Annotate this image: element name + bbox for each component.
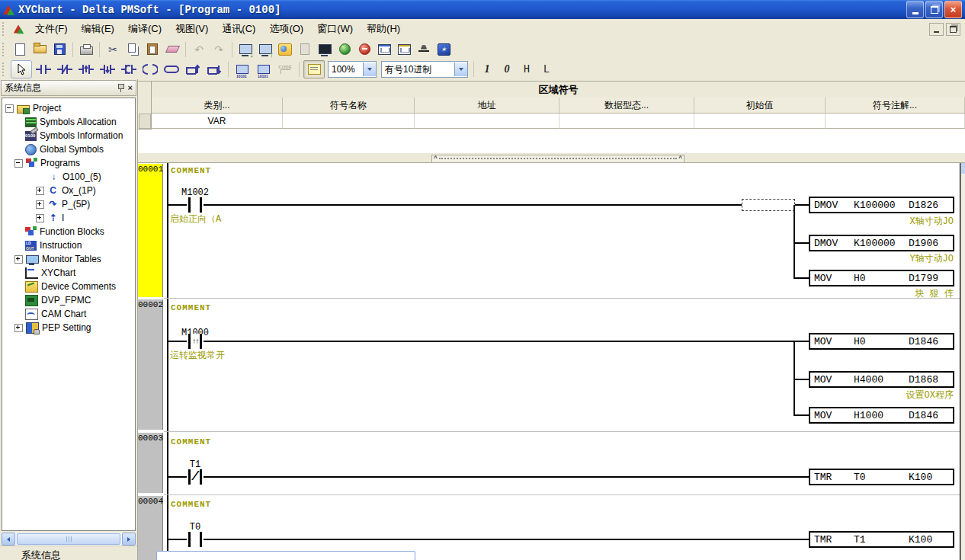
ladder-row-down-icon[interactable]: [204, 61, 224, 78]
menu-options[interactable]: 选项(O): [262, 20, 310, 38]
contact-normally-open[interactable]: [187, 197, 204, 213]
tree-item-xychart[interactable]: XYChart: [25, 266, 75, 280]
rung-comment[interactable]: COMMENT: [171, 437, 211, 446]
cell-name[interactable]: [283, 114, 415, 129]
rung-comment[interactable]: COMMENT: [171, 303, 211, 312]
tree-item-global-symbols[interactable]: Global Symbols: [25, 142, 104, 156]
cell-type[interactable]: VAR: [152, 114, 283, 129]
tree-item-project[interactable]: Project: [5, 101, 61, 115]
contact-normally-open-icon[interactable]: [34, 61, 53, 78]
tree-item-monitor-tables[interactable]: Monitor Tables: [14, 252, 101, 266]
instruction-tmr-2[interactable]: TMR T1 K100: [809, 531, 954, 548]
comment-toggle-icon[interactable]: [303, 60, 325, 78]
toolbar-grip[interactable]: [2, 62, 7, 76]
rung-comment[interactable]: COMMENT: [171, 500, 211, 509]
tree-item-function-blocks[interactable]: Function Blocks: [25, 225, 104, 238]
mdi-restore-button[interactable]: [946, 23, 960, 36]
scale-tool-icon[interactable]: [415, 41, 433, 58]
wizard-icon[interactable]: ✶: [434, 41, 453, 58]
zoom-dropdown-icon[interactable]: [363, 62, 376, 76]
column-header-name[interactable]: 符号名称: [283, 98, 415, 114]
menu-file[interactable]: 文件(F): [28, 20, 75, 38]
contact-normally-closed-icon[interactable]: [55, 61, 75, 78]
menu-window[interactable]: 窗口(W): [310, 20, 360, 38]
ladder-rung-1[interactable]: COMMENT M1002 启始正向（A DMOV K100000 D1826 …: [138, 163, 965, 298]
radix-dropdown-icon[interactable]: [454, 62, 467, 76]
contact-rising-edge[interactable]: [187, 334, 204, 349]
hex-display-button[interactable]: H: [517, 63, 537, 75]
device-monitor-table-icon[interactable]: [254, 61, 274, 78]
restore-button[interactable]: [925, 1, 943, 18]
collapse-expander-icon[interactable]: [5, 104, 14, 113]
zoom-combobox[interactable]: 100%: [328, 61, 377, 78]
upload-from-plc-icon[interactable]: ↑: [256, 41, 274, 58]
instruction-mov-1[interactable]: MOV H0 D1799: [809, 270, 954, 286]
expand-expander-icon[interactable]: [36, 200, 44, 209]
toolbar-grip[interactable]: [2, 43, 7, 56]
menu-help[interactable]: 帮助(H): [360, 20, 407, 38]
ladder-vertical-scrollbar[interactable]: [960, 163, 965, 560]
scroll-left-icon[interactable]: [2, 533, 15, 546]
tree-item-programs[interactable]: Programs: [14, 156, 80, 170]
tree-item-o100[interactable]: ↓O100_(5): [48, 170, 101, 184]
run-plc-icon[interactable]: [335, 41, 354, 58]
symbol-table-row[interactable]: VAR: [152, 114, 965, 129]
erase-icon[interactable]: [163, 41, 181, 58]
column-header-datatype[interactable]: 数据型态...: [559, 98, 694, 114]
copy-icon[interactable]: [123, 41, 142, 58]
ladder-rung-2[interactable]: COMMENT M1000 运转监视常开 MOV H0 D1846 MOV H4…: [138, 299, 965, 431]
bottom-panel-field[interactable]: [156, 551, 415, 560]
panel-close-icon[interactable]: ×: [128, 84, 133, 92]
mdi-minimize-button[interactable]: [929, 23, 944, 36]
tree-item-ox[interactable]: COx_(1P): [36, 184, 96, 197]
select-cursor-icon[interactable]: [11, 60, 32, 78]
expand-expander-icon[interactable]: [36, 214, 44, 222]
ladder-rung-3[interactable]: COMMENT T1 TMR T0 K100: [138, 432, 965, 494]
instruction-mov-3[interactable]: MOV H4000 D1868: [809, 371, 954, 388]
cell-address[interactable]: [415, 114, 559, 129]
tree-item-symbols-information[interactable]: Symbols Information: [25, 129, 123, 142]
stop-plc-icon[interactable]: [355, 41, 373, 58]
scrollbar-thumb[interactable]: [17, 533, 120, 545]
tree-item-p[interactable]: ↷P_(5P): [36, 197, 90, 211]
rung-comment[interactable]: COMMENT: [171, 166, 211, 175]
selection-marquee[interactable]: [742, 199, 795, 211]
coil-output-icon[interactable]: [140, 61, 160, 78]
cell-datatype[interactable]: [559, 114, 694, 129]
tree-item-instruction[interactable]: Instruction: [25, 238, 82, 252]
device-monitor-icon[interactable]: [232, 61, 252, 78]
ladder-row-up-icon[interactable]: [183, 61, 203, 78]
menu-compile[interactable]: 编译(C): [121, 20, 168, 38]
collapse-expander-icon[interactable]: [14, 159, 23, 168]
column-header-address[interactable]: 地址: [415, 98, 559, 114]
cut-icon[interactable]: ✂: [104, 41, 122, 58]
force-off-button[interactable]: 0: [497, 63, 517, 75]
contact-falling-edge-icon[interactable]: [98, 61, 117, 78]
tree-item-device-comments[interactable]: Device Comments: [25, 280, 116, 293]
menu-communication[interactable]: 通讯(C): [215, 20, 262, 38]
table-ladder-splitter[interactable]: ^ ^: [138, 152, 965, 163]
system-info-bottom-tab[interactable]: 系统信息: [0, 546, 137, 560]
column-header-type[interactable]: 类别...: [152, 98, 283, 114]
column-header-initial[interactable]: 初始值: [694, 98, 826, 114]
menu-view[interactable]: 视图(V): [168, 20, 215, 38]
instruction-mov-2[interactable]: MOV H0 D1846: [809, 333, 954, 350]
expand-expander-icon[interactable]: [14, 255, 23, 264]
long-display-button[interactable]: L: [537, 63, 556, 75]
contact-normally-open[interactable]: [187, 532, 204, 547]
close-button[interactable]: ×: [944, 1, 962, 18]
download-to-plc-icon[interactable]: ↓: [236, 41, 255, 58]
application-instruction-icon[interactable]: [162, 61, 181, 78]
expand-expander-icon[interactable]: [14, 324, 23, 332]
instruction-window-icon[interactable]: [395, 41, 413, 58]
sidebar-horizontal-scrollbar[interactable]: [2, 533, 136, 546]
tree-item-symbols-allocation[interactable]: Symbols Allocation: [25, 115, 117, 129]
redo-icon[interactable]: ↷: [210, 41, 228, 58]
scroll-right-icon[interactable]: [122, 533, 136, 546]
tree-item-i[interactable]: ⇡I: [36, 211, 64, 225]
tree-item-cam-chart[interactable]: CAM Chart: [25, 307, 86, 321]
column-header-comment[interactable]: 符号注解...: [826, 98, 965, 114]
communication-setting-icon[interactable]: [276, 41, 294, 58]
undo-icon[interactable]: ↶: [190, 41, 208, 58]
instruction-tmr-1[interactable]: TMR T0 K100: [809, 469, 954, 485]
